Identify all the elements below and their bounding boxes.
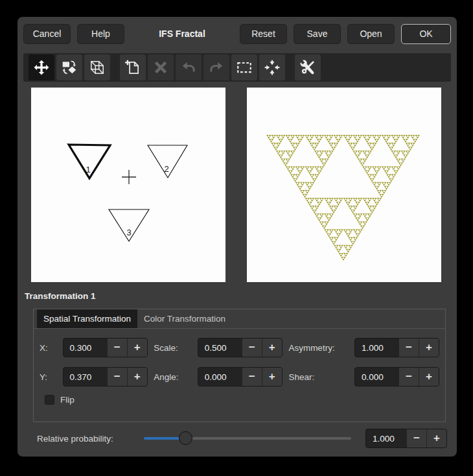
tab-spatial-transformation[interactable]: Spatial Transformation — [37, 309, 137, 328]
render-options-icon — [299, 59, 316, 76]
tab-bar: Spatial Transformation Color Transformat… — [34, 309, 445, 329]
select-all-icon — [236, 59, 253, 76]
plus-icon: + — [134, 370, 141, 383]
fractal-preview-panel — [247, 88, 441, 282]
toolbar-redo-button — [203, 54, 229, 80]
dialog-header: Cancel Help IFS Fractal Reset Save Open … — [17, 17, 457, 51]
toolbar — [23, 53, 451, 82]
header-right-buttons: Reset Save Open OK — [240, 24, 451, 44]
toolbar-new-transformation-button[interactable] — [120, 54, 146, 80]
angle-label: Angle: — [154, 372, 191, 382]
reset-button[interactable]: Reset — [240, 24, 287, 44]
relative-probability-spinbutton: 1.000 − + — [365, 429, 447, 448]
minus-icon: − — [413, 432, 420, 445]
shear-decrement-button[interactable]: − — [398, 368, 419, 386]
plus-icon: + — [269, 370, 275, 383]
asymmetry-increment-button[interactable]: + — [419, 339, 439, 357]
undo-icon — [180, 59, 197, 76]
tab-color-transformation[interactable]: Color Transformation — [137, 309, 232, 328]
y-decrement-button[interactable]: − — [107, 368, 127, 386]
angle-spinbutton: 0.000 − + — [198, 367, 283, 387]
minus-icon: − — [114, 370, 121, 383]
asymmetry-decrement-button[interactable]: − — [398, 339, 419, 357]
toolbar-undo-button — [176, 54, 202, 80]
plus-icon: + — [269, 341, 275, 354]
plus-icon: + — [134, 341, 141, 354]
shear-increment-button[interactable]: + — [419, 368, 439, 386]
scale-spinbutton: 0.500 − + — [198, 338, 283, 357]
cancel-button[interactable]: Cancel — [23, 24, 71, 44]
angle-decrement-button[interactable]: − — [242, 368, 262, 386]
x-label: X: — [40, 343, 56, 353]
svg-text:3: 3 — [126, 228, 131, 237]
toolbar-recompute-center-button[interactable] — [259, 54, 285, 80]
scale-value-field[interactable]: 0.500 — [198, 339, 242, 357]
transformation-frame: Spatial Transformation Color Transformat… — [33, 309, 446, 422]
transformation-section-title: Transformation 1 — [25, 291, 96, 301]
header-left-buttons: Cancel Help — [23, 24, 124, 44]
plus-icon: + — [426, 341, 432, 354]
y-spinbutton: 0.370 − + — [63, 367, 148, 387]
minus-icon: − — [114, 341, 121, 354]
minus-icon: − — [249, 370, 255, 383]
toolbar-delete-transformation-button — [148, 54, 174, 80]
flip-label: Flip — [60, 395, 75, 405]
toolbar-move-button[interactable] — [29, 54, 54, 80]
dialog-title: IFS Fractal — [124, 29, 240, 39]
shear-value-field[interactable]: 0.000 — [355, 368, 398, 386]
relative-probability-increment-button[interactable]: + — [426, 429, 446, 447]
y-increment-button[interactable]: + — [127, 368, 147, 386]
scale-decrement-button[interactable]: − — [242, 339, 262, 357]
ifs-fractal-dialog: Cancel Help IFS Fractal Reset Save Open … — [17, 17, 457, 457]
shear-spinbutton: 0.000 − + — [354, 367, 439, 387]
scale-increment-button[interactable]: + — [262, 339, 282, 357]
minus-icon: − — [249, 341, 255, 354]
relative-probability-decrement-button[interactable]: − — [406, 429, 426, 447]
redo-icon — [208, 59, 225, 76]
help-button[interactable]: Help — [77, 24, 124, 44]
toolbar-rotate-scale-button[interactable] — [56, 54, 82, 80]
slider-handle[interactable] — [179, 431, 192, 445]
x-value-field[interactable]: 0.300 — [63, 339, 107, 357]
open-button[interactable]: Open — [347, 24, 395, 44]
x-decrement-button[interactable]: − — [107, 339, 127, 357]
relative-probability-row: Relative probability: 1.000 − + — [37, 427, 447, 449]
design-area-panel[interactable]: 123 — [31, 88, 225, 282]
toolbar-stretch-button[interactable] — [84, 54, 110, 80]
relative-probability-value-field[interactable]: 1.000 — [366, 429, 406, 447]
delete-x-icon — [152, 59, 169, 76]
sierpinski-fractal-image — [247, 88, 441, 282]
x-increment-button[interactable]: + — [127, 339, 147, 357]
minus-icon: − — [406, 341, 412, 354]
toolbar-select-all-button[interactable] — [231, 54, 257, 80]
ifs-triangles-canvas: 123 — [31, 88, 225, 282]
svg-text:2: 2 — [164, 164, 168, 174]
plus-icon: + — [433, 432, 440, 445]
relative-probability-slider[interactable] — [144, 431, 351, 446]
move-icon — [33, 59, 50, 76]
save-button[interactable]: Save — [294, 24, 341, 44]
shear-label: Shear: — [288, 372, 348, 382]
x-spinbutton: 0.300 − + — [63, 338, 148, 357]
y-label: Y: — [40, 372, 56, 382]
angle-value-field[interactable]: 0.000 — [198, 368, 242, 386]
flip-checkbox[interactable] — [45, 395, 54, 405]
rotate-scale-icon — [61, 59, 78, 76]
relative-probability-label: Relative probability: — [37, 434, 131, 444]
svg-text:1: 1 — [86, 165, 90, 174]
angle-increment-button[interactable]: + — [262, 368, 282, 386]
scale-label: Scale: — [154, 343, 191, 353]
toolbar-render-options-button[interactable] — [295, 54, 321, 80]
minus-icon: − — [406, 370, 412, 383]
recompute-center-icon — [264, 59, 281, 76]
asymmetry-value-field[interactable]: 1.000 — [355, 339, 398, 357]
ok-button[interactable]: OK — [401, 24, 451, 44]
new-document-icon — [124, 59, 141, 76]
plus-icon: + — [426, 370, 432, 383]
flip-row: Flip — [45, 395, 445, 405]
asymmetry-spinbutton: 1.000 − + — [354, 338, 439, 357]
y-value-field[interactable]: 0.370 — [63, 368, 107, 386]
stretch-icon — [89, 59, 106, 76]
spatial-fields: X: 0.300 − + Scale: 0.500 − + Asymmetry:… — [34, 329, 445, 387]
asymmetry-label: Asymmetry: — [288, 343, 348, 353]
